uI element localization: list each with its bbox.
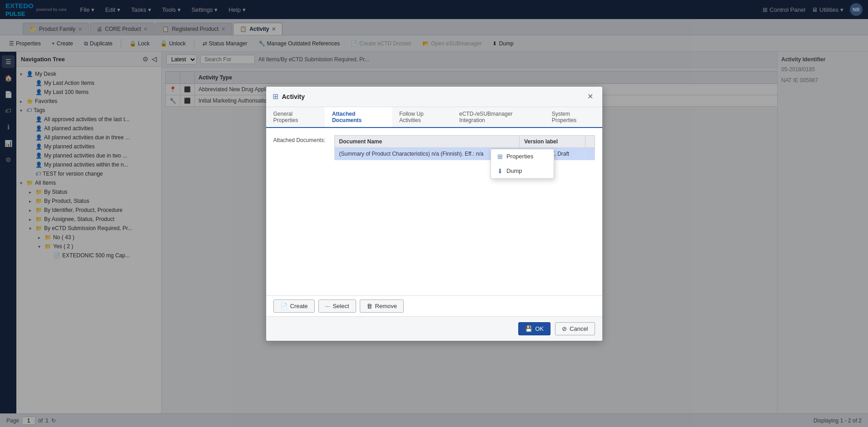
col-actions xyxy=(585,135,595,147)
context-menu-properties-icon: ⊞ xyxy=(497,153,503,160)
dialog-ok-label: OK xyxy=(535,325,544,332)
dialog-title: Activity xyxy=(282,93,585,100)
dialog-cancel-icon: ⊘ xyxy=(562,325,567,332)
dialog-close-button[interactable]: ✕ xyxy=(585,91,596,102)
dialog-remove-icon: 🗑 xyxy=(367,303,372,309)
attached-docs-table-wrap: Document Name Version label (Summary of … xyxy=(334,135,595,288)
dialog-action-bar: 📄 Create ··· Select 🗑 Remove xyxy=(266,295,602,316)
context-menu-properties-label: Properties xyxy=(506,153,533,160)
dialog-body: Attached Documents: Document Name Versio… xyxy=(266,128,602,295)
activity-dialog: ⊞ Activity ✕ General Properties Attached… xyxy=(266,87,602,341)
dialog-create-label: Create xyxy=(290,303,308,309)
context-menu-dump[interactable]: ⬇ Dump xyxy=(491,164,554,178)
context-menu-dump-icon: ⬇ xyxy=(497,167,503,175)
dialog-select-icon: ··· xyxy=(325,303,330,309)
dialog-title-icon: ⊞ xyxy=(273,92,278,101)
modal-overlay: ⊞ Activity ✕ General Properties Attached… xyxy=(0,0,868,427)
dialog-titlebar: ⊞ Activity ✕ xyxy=(266,87,602,107)
context-menu-properties[interactable]: ⊞ Properties xyxy=(491,149,554,164)
dialog-tab-ectd[interactable]: eCTD-/eSUBmanager Integration xyxy=(452,107,545,128)
dialog-tab-system[interactable]: System Properties xyxy=(545,107,602,128)
col-version-label[interactable]: Version label xyxy=(520,135,585,147)
col-doc-name[interactable]: Document Name xyxy=(334,135,520,147)
dialog-tab-bar: General Properties Attached Documents Fo… xyxy=(266,107,602,128)
attached-docs-label: Attached Documents: xyxy=(273,135,328,288)
dialog-tab-attached[interactable]: Attached Documents xyxy=(325,107,392,128)
context-menu-dump-label: Dump xyxy=(506,167,522,174)
dialog-cancel-label: Cancel xyxy=(570,325,588,332)
dialog-tab-followup[interactable]: Follow Up Activities xyxy=(392,107,452,128)
dialog-ok-button[interactable]: 💾 OK xyxy=(518,322,551,335)
dialog-select-label: Select xyxy=(332,303,349,309)
dialog-select-button[interactable]: ··· Select xyxy=(318,299,356,313)
dialog-tab-general[interactable]: General Properties xyxy=(266,107,325,128)
dialog-create-icon: 📄 xyxy=(280,303,288,309)
dialog-remove-button[interactable]: 🗑 Remove xyxy=(360,299,404,313)
dialog-ok-icon: 💾 xyxy=(525,325,532,332)
context-menu: ⊞ Properties ⬇ Dump xyxy=(491,149,554,179)
attached-docs-table: Document Name Version label (Summary of … xyxy=(334,135,595,160)
dialog-create-button[interactable]: 📄 Create xyxy=(273,299,315,313)
attached-doc-row[interactable]: (Summary of Product Characteristics) n/a… xyxy=(334,147,595,160)
dialog-cancel-button[interactable]: ⊘ Cancel xyxy=(555,322,595,335)
dialog-footer: 💾 OK ⊘ Cancel xyxy=(266,316,602,341)
dialog-remove-label: Remove xyxy=(375,303,397,309)
row-action-icon xyxy=(585,147,595,160)
